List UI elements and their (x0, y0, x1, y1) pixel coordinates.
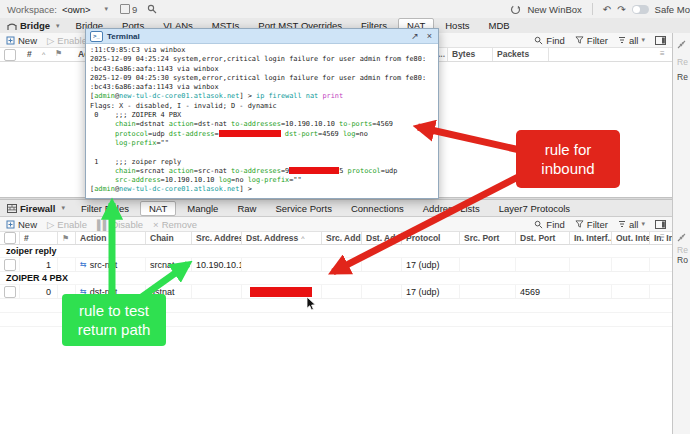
disable-icon: ▌▌ (97, 219, 108, 230)
cell-checkbox (0, 285, 20, 298)
col-in-interf-[interactable]: In. Interf... (570, 232, 612, 244)
terminal-title: Terminal (107, 32, 140, 41)
enable-button[interactable]: ▷ Enable (47, 35, 87, 46)
terminal-line: src-address=10.190.10.10 log=no log-pref… (90, 176, 434, 185)
cell-number: 1 (20, 258, 58, 271)
detach-icon[interactable]: ↗ (411, 31, 419, 41)
col-number[interactable]: # (27, 49, 32, 59)
undo-icon[interactable]: ↶ (603, 4, 611, 15)
enable-button[interactable]: ▷Enable (47, 219, 87, 230)
terminal-titlebar[interactable]: >_ Terminal ↗ × (86, 29, 438, 44)
col-bytes[interactable]: Bytes (452, 49, 475, 59)
new-button[interactable]: New (6, 35, 37, 46)
bridge-icon (7, 21, 17, 31)
col-action[interactable]: Action (76, 232, 146, 244)
enable-icon: ▷ (47, 35, 54, 46)
chevron-down-icon[interactable]: ▾ (56, 22, 60, 30)
row-checkbox[interactable] (4, 286, 16, 298)
terminal-line: protocol=udp dst-address= dst-port=4569 … (90, 130, 434, 139)
side-pane-item: Re (677, 245, 688, 255)
tab-filter-rules[interactable]: Filter Rules (73, 202, 137, 215)
workspace-select[interactable]: <own> ▾ (62, 4, 108, 15)
terminal-line: [admin@new-tul-dc-core01.atlasok.net] > (90, 185, 434, 194)
select-all-checkbox[interactable] (0, 232, 20, 244)
tab-mangle[interactable]: Mangle (179, 202, 226, 215)
filter-button[interactable]: Filter (575, 219, 608, 230)
terminal-window[interactable]: >_ Terminal ↗ × :11:C9:85:C3 via winbox2… (85, 28, 439, 199)
cell-src-address (192, 285, 242, 298)
chevron-down-icon: ▾ (105, 5, 109, 13)
col-dst-add-[interactable]: Dst. Add... (362, 232, 402, 244)
tab-nat[interactable]: NAT (140, 201, 176, 216)
cell-action: ⇆src-nat (76, 258, 146, 271)
new-winbox-button[interactable]: New WinBox (527, 4, 581, 15)
firewall-window-button[interactable]: Firewall (7, 203, 55, 214)
tab-connections[interactable]: Connections (343, 202, 412, 215)
terminal-output[interactable]: :11:C9:85:C3 via winbox2025-12-09 04:25:… (86, 44, 438, 197)
workspace-bar: Workspace: <own> ▾ 9 New WinBox ↶ ↷ Safe… (0, 0, 690, 19)
col-chain[interactable]: Chain (146, 232, 192, 244)
cell-dst-port (516, 258, 570, 271)
terminal-icon: >_ (90, 31, 103, 42)
redo-icon[interactable]: ↷ (617, 4, 625, 15)
bridge-window-button[interactable]: Bridge (7, 20, 50, 31)
find-button[interactable]: Find (534, 219, 564, 230)
tab-service-ports[interactable]: Service Ports (267, 202, 340, 215)
nat-action-icon: ⇆ (80, 260, 87, 269)
new-button[interactable]: New (6, 219, 37, 230)
nat-rule-row[interactable]: 1⇆src-natsrcnat10.190.10.1017 (udp) (0, 258, 672, 272)
disconnect-icon[interactable] (677, 233, 686, 242)
terminal-line: :bc43:6a86:aafa:1143 via winbox (90, 65, 434, 74)
remove-button[interactable]: ×Remove (153, 219, 197, 230)
col-truncated[interactable]: ... (438, 49, 445, 59)
rule-group-row[interactable]: zoiper reply (0, 245, 672, 258)
col-src-add-[interactable]: Src. Add... (322, 232, 362, 244)
find-button[interactable]: Find (534, 35, 564, 46)
chevron-down-icon[interactable]: ▾ (61, 204, 65, 212)
disable-button[interactable]: ▌▌Disable (97, 219, 143, 230)
col-out-inte-[interactable]: Out. Inte... (612, 232, 650, 244)
column-settings-icon[interactable]: ≡ (660, 49, 665, 58)
disconnect-icon[interactable] (677, 40, 686, 49)
terminal-line: 2025-12-09 04:25:30 system,error,critica… (90, 74, 434, 83)
filter-button[interactable]: Filter (575, 35, 608, 46)
col-dst-address[interactable]: Dst. Address^ (242, 232, 322, 244)
search-icon[interactable] (147, 4, 157, 14)
tab-mdb[interactable]: MDB (481, 19, 518, 32)
cell (362, 285, 402, 298)
view-all-select[interactable]: all ▾ (618, 35, 645, 46)
col--[interactable]: # (20, 232, 58, 244)
firewall-toolbar: New ▷Enable ▌▌Disable ×Remove Find Filte… (0, 217, 672, 232)
terminal-line: :bc43:6a86:aafa:1143 via winbox (90, 83, 434, 92)
view-all-select[interactable]: all ▾ (618, 219, 645, 230)
col-protocol[interactable]: Protocol (402, 232, 460, 244)
column-settings-icon[interactable]: ≡ (660, 232, 665, 241)
divider (592, 3, 593, 15)
tab-layer7-protocols[interactable]: Layer7 Protocols (491, 202, 578, 215)
close-icon[interactable]: × (427, 31, 432, 41)
tab-hosts[interactable]: Hosts (437, 19, 477, 32)
row-checkbox[interactable] (4, 259, 16, 271)
flag-column-icon[interactable]: ⚑ (58, 232, 76, 244)
windows-count-value: 9 (132, 4, 137, 15)
windows-count[interactable]: 9 (120, 4, 137, 15)
tab-raw[interactable]: Raw (229, 202, 264, 215)
col-dst-port[interactable]: Dst. Port (516, 232, 570, 244)
col-packets[interactable]: Packets (497, 49, 529, 59)
side-panel-toggle-icon[interactable] (655, 36, 666, 45)
column-divider (492, 48, 493, 61)
cell-number: 0 (20, 285, 58, 298)
rule-group-row[interactable]: ZOIPER 4 PBX (0, 272, 672, 285)
firewall-tabbar: Firewall ▾ Filter RulesNATMangleRawServi… (0, 200, 672, 217)
safe-mode-toggle[interactable] (632, 5, 649, 14)
terminal-line: chain=srcnat action=src-nat to-addresses… (90, 167, 434, 176)
select-all-checkbox[interactable] (4, 49, 16, 63)
side-panel-toggle-icon[interactable] (655, 220, 666, 229)
find-icon (534, 36, 543, 45)
col-src-address[interactable]: Src. Address (192, 232, 242, 244)
right-side-pane: Re Re Re Ro (672, 33, 690, 434)
terminal-line: :11:C9:85:C3 via winbox (90, 46, 434, 55)
col-src-port[interactable]: Src. Port (460, 232, 516, 244)
tab-address-lists[interactable]: Address Lists (415, 202, 488, 215)
side-pane-item: Re (677, 72, 688, 82)
